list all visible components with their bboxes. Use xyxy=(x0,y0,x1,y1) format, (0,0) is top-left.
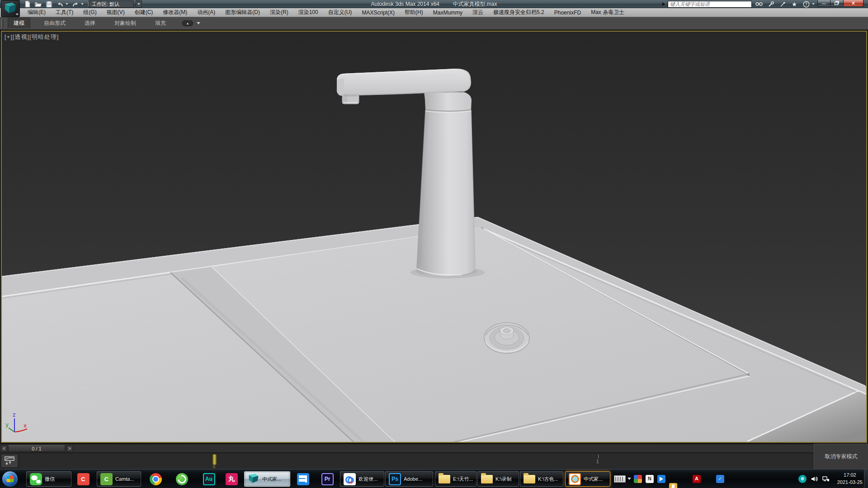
camtasia-red-icon: C xyxy=(77,473,90,485)
application-menu-button[interactable] xyxy=(1,0,20,17)
taskbar-capture-app[interactable]: 中式家... xyxy=(565,471,610,487)
tray-network-icon[interactable] xyxy=(822,475,830,483)
menu-maxscript[interactable]: MAXScript(X) xyxy=(357,9,400,16)
svg-text:?: ? xyxy=(805,2,807,7)
perspective-viewport[interactable]: z y x [+][透视][明暗处理] xyxy=(1,31,867,443)
3dsmax-taskbar-icon xyxy=(248,473,259,485)
menu-render100[interactable]: 渲染100 xyxy=(293,9,323,16)
next-frame-button[interactable]: > xyxy=(66,445,73,452)
infocenter-expand-icon[interactable] xyxy=(662,2,665,6)
frame-tick-label: 1 xyxy=(596,459,599,464)
taskbar-photoshop[interactable]: Ps Adobe... xyxy=(385,471,433,487)
language-bar-caret-icon[interactable] xyxy=(627,478,631,480)
help-icon[interactable]: ? xyxy=(802,1,811,8)
drain-plug-model[interactable] xyxy=(484,323,529,353)
menu-help[interactable]: 帮助(H) xyxy=(400,9,428,16)
input-method-keyboard-icon[interactable] xyxy=(614,475,626,483)
ribbon-tab-selection[interactable]: 选择 xyxy=(79,18,101,28)
taskbar-3dsmax-active[interactable]: 中式家... xyxy=(244,471,290,487)
track-bar-ruler[interactable]: 0 1 xyxy=(20,453,816,469)
menu-views[interactable]: 视图(V) xyxy=(102,9,130,16)
ribbon-tab-object-paint[interactable]: 对象绘制 xyxy=(109,18,142,28)
taskbar-clock[interactable]: 17:02 2021-03-25 xyxy=(837,471,863,486)
search-icon[interactable] xyxy=(755,1,764,8)
favorites-star-icon[interactable]: ★ xyxy=(790,1,799,8)
tray-acrobat-icon[interactable]: A xyxy=(693,475,701,483)
tray-eset-icon[interactable]: e xyxy=(798,475,807,483)
communication-center-icon[interactable] xyxy=(778,1,787,8)
windows-taskbar: 微信 C C Camta... Au 丸 中式家... Pr xyxy=(0,469,868,488)
menu-rendering[interactable]: 渲染(R) xyxy=(265,9,293,16)
menu-antivirus[interactable]: Max 杀毒卫士 xyxy=(586,9,629,16)
tray-pc-manager-icon[interactable]: ✓ xyxy=(716,475,724,483)
taskbar-wan-tool[interactable]: 丸 xyxy=(223,471,240,487)
start-button[interactable] xyxy=(2,471,18,487)
taskbar-camtasia[interactable]: C Camta... xyxy=(97,471,141,487)
menu-create[interactable]: 创建(C) xyxy=(130,9,158,16)
taskbar-netdisk-welcome[interactable]: 欢迎使... xyxy=(340,471,384,487)
taskbar-audition[interactable]: Au xyxy=(201,471,217,487)
curve-editor-icon xyxy=(5,456,14,465)
ribbon-tab-freeform[interactable]: 自由形式 xyxy=(38,18,71,28)
viewport-label-menu[interactable]: [+][透视][明暗处理] xyxy=(5,33,59,41)
undo-icon[interactable] xyxy=(56,0,64,8)
menu-customize[interactable]: 自定义(U) xyxy=(323,9,357,16)
taskbar-chrome[interactable] xyxy=(147,471,164,487)
previous-frame-button[interactable]: < xyxy=(1,445,7,452)
help-dropdown-icon[interactable] xyxy=(812,3,815,5)
menu-modifiers[interactable]: 修改器(M) xyxy=(158,9,192,16)
tray-sogou-icon[interactable] xyxy=(634,475,642,483)
workspace-dropdown-icon[interactable] xyxy=(136,0,142,8)
show-desktop-button[interactable] xyxy=(864,469,868,488)
taskbar-folder-e[interactable]: E:\天竹... xyxy=(435,471,476,487)
3dsmax-window: 工作区: 默认 Autodesk 3ds Max 2014 x64 中式家具模型… xyxy=(0,0,868,488)
cancel-expert-mode-button[interactable]: 取消专家模式 xyxy=(814,444,868,469)
tray-blue-arrows-icon[interactable] xyxy=(657,475,665,483)
menu-group[interactable]: 组(G) xyxy=(78,9,101,16)
ribbon-minimize-icon[interactable]: ▲ xyxy=(182,20,193,26)
current-frame-marker[interactable] xyxy=(212,454,217,465)
new-file-icon[interactable] xyxy=(24,0,31,8)
redo-dropdown-icon[interactable] xyxy=(81,3,84,5)
time-slider-handle[interactable]: 0 / 1 xyxy=(8,445,65,452)
app-title: Autodesk 3ds Max 2014 x64 xyxy=(371,1,439,7)
open-file-icon[interactable] xyxy=(34,0,42,8)
viewport-canvas[interactable]: z y x xyxy=(2,32,866,442)
minimize-button[interactable]: — xyxy=(817,0,830,7)
ribbon-options-caret-icon[interactable] xyxy=(197,22,200,24)
folder-icon xyxy=(524,475,535,483)
menu-graph-editors[interactable]: 图形编辑器(D) xyxy=(220,9,265,16)
title-bar: 工作区: 默认 Autodesk 3ds Max 2014 x64 中式家具模型… xyxy=(0,0,868,8)
taskbar-green-app[interactable] xyxy=(174,471,190,487)
taskbar-camtasia-pinned[interactable]: C xyxy=(75,471,91,487)
taskbar-film-app[interactable] xyxy=(295,471,311,487)
taskbar-folder-k-record[interactable]: K:\录制 xyxy=(477,471,519,487)
tray-notes-icon[interactable]: N xyxy=(646,475,654,483)
close-button[interactable]: × xyxy=(843,0,863,7)
menu-maxmummy[interactable]: MaxMummy xyxy=(428,9,467,16)
save-icon[interactable] xyxy=(45,0,53,8)
redo-icon[interactable] xyxy=(71,0,79,8)
tray-usb-drive-icon[interactable] xyxy=(669,483,677,488)
undo-dropdown-icon[interactable] xyxy=(66,3,68,5)
subscription-wrench-icon[interactable] xyxy=(766,1,775,8)
ribbon-grip-handle[interactable] xyxy=(1,19,3,28)
search-input[interactable] xyxy=(668,1,752,8)
menu-animation[interactable]: 动画(A) xyxy=(192,9,220,16)
ribbon-tab-populate[interactable]: 填充 xyxy=(150,18,171,28)
taskbar-wechat[interactable]: 微信 xyxy=(26,471,71,487)
menu-rendercloud[interactable]: 渲云 xyxy=(467,9,488,16)
menu-tools[interactable]: 工具(T) xyxy=(51,9,78,16)
menu-phoenixfd[interactable]: PhoenixFD xyxy=(549,9,586,16)
workspace-selector[interactable]: 工作区: 默认 xyxy=(89,0,134,8)
menu-edit[interactable]: 编辑(E) xyxy=(23,9,51,16)
ribbon-tab-modeling[interactable]: 建模 xyxy=(8,18,30,29)
menu-bar: 编辑(E) 工具(T) 组(G) 视图(V) 创建(C) 修改器(M) 动画(A… xyxy=(0,8,868,17)
restore-button[interactable] xyxy=(830,0,843,7)
mini-curve-editor-button[interactable] xyxy=(1,454,18,468)
tray-volume-icon[interactable] xyxy=(810,475,818,483)
taskbar-folder-k-antique[interactable]: K:\古色... xyxy=(520,471,563,487)
taskbar-premiere[interactable]: Pr xyxy=(319,471,335,487)
baidu-netdisk-icon xyxy=(344,473,356,485)
menu-slim-archive[interactable]: 极速瘦身安全归档5.2 xyxy=(488,9,549,16)
